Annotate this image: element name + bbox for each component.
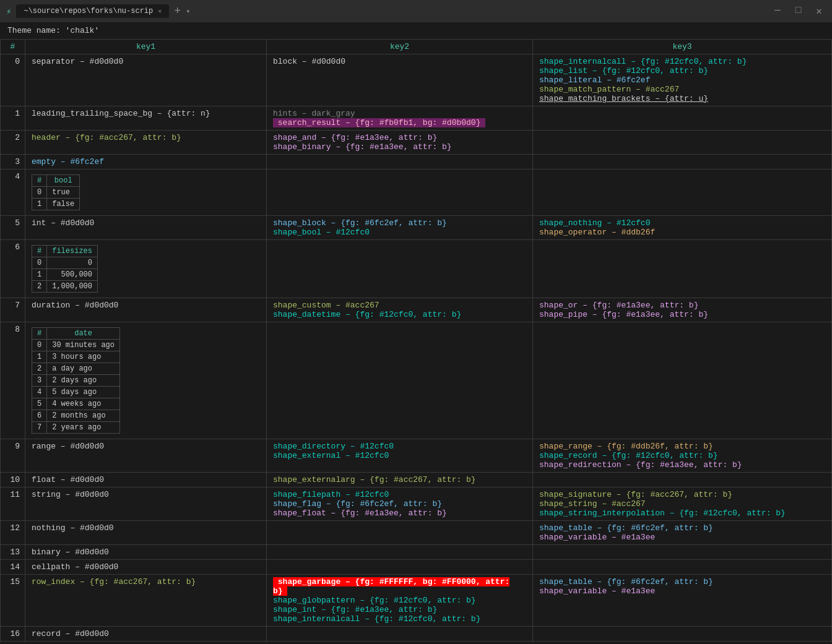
table-row: 7 duration – #d0d0d0 shape_custom – #acc… xyxy=(1,298,832,322)
inner-cell: 3 hours ago xyxy=(47,351,120,363)
row-index: 1 xyxy=(1,106,25,131)
key3-cell-11: shape_signature – {fg: #acc267, attr: b}… xyxy=(533,487,832,521)
table-row: 2 header – {fg: #acc267, attr: b} shape_… xyxy=(1,131,832,155)
key1-cell-16: record – #d0d0d0 xyxy=(25,627,267,642)
key3-cell-8 xyxy=(533,322,832,439)
row-index: 2 xyxy=(1,131,25,155)
key1-cell-9: range – #d0d0d0 xyxy=(25,439,267,473)
main-content: # key1 key2 key3 0 separator – #d0d0d0 b… xyxy=(0,39,832,642)
key3-cell-6 xyxy=(533,240,832,298)
table-row: 12 nothing – #d0d0d0 shape_table – {fg: … xyxy=(1,521,832,545)
inner-cell: 2 days ago xyxy=(47,375,120,387)
row-index: 15 xyxy=(1,575,25,627)
table-row: 16 record – #d0d0d0 xyxy=(1,627,832,642)
inner-row-idx: 2 xyxy=(32,363,47,375)
close-window-button[interactable]: ✕ xyxy=(812,4,826,19)
inner-row-idx: 0 xyxy=(32,340,47,351)
table-row: 15 row_index – {fg: #acc267, attr: b} sh… xyxy=(1,575,832,627)
inner-cell: 500,000 xyxy=(47,269,98,281)
inner-cell: 2 months ago xyxy=(47,410,120,422)
row-index: 4 xyxy=(1,170,25,216)
key3-cell-16 xyxy=(533,627,832,642)
key1-cell-10: float – #d0d0d0 xyxy=(25,473,267,487)
inner-row-idx: 1 xyxy=(32,199,47,210)
key2-cell-0: block – #d0d0d0 xyxy=(267,54,533,106)
inner-row-idx: 7 xyxy=(32,422,47,434)
col-header-rownum: # xyxy=(1,40,25,54)
key1-cell-12: nothing – #d0d0d0 xyxy=(25,521,267,545)
key1-cell-11: string – #d0d0d0 xyxy=(25,487,267,521)
table-row: 9 range – #d0d0d0 shape_directory – #12c… xyxy=(1,439,832,473)
inner-row-idx: 5 xyxy=(32,398,47,410)
key2-cell-13 xyxy=(267,545,533,560)
inner-col-header: date xyxy=(47,328,120,340)
inner-col-header: bool xyxy=(47,175,80,187)
key2-cell-1: hints – dark_gray search_result – {fg: #… xyxy=(267,106,533,131)
inner-col-header: # xyxy=(32,246,47,257)
table-row: 13 binary – #d0d0d0 xyxy=(1,545,832,560)
key2-cell-16 xyxy=(267,627,533,642)
row-index: 12 xyxy=(1,521,25,545)
table-row: 14 cellpath – #d0d0d0 xyxy=(1,560,832,575)
key2-cell-11: shape_filepath – #12cfc0 shape_flag – {f… xyxy=(267,487,533,521)
table-row: 5 int – #d0d0d0 shape_block – {fg: #6fc2… xyxy=(1,216,832,240)
key3-cell-4 xyxy=(533,170,832,216)
key3-cell-0: shape_internalcall – {fg: #12cfc0, attr:… xyxy=(533,54,832,106)
active-tab[interactable]: ~\source\repos\forks\nu-scrip ✕ xyxy=(16,4,169,18)
key2-cell-3 xyxy=(267,155,533,170)
minimize-button[interactable]: — xyxy=(771,4,784,19)
row-index: 9 xyxy=(1,439,25,473)
key1-cell-4: # bool 0 true 1 false xyxy=(25,170,267,216)
table-row: 8 # date 0 30 minutes ago 1 3 hours ago xyxy=(1,322,832,439)
tab-close-icon[interactable]: ✕ xyxy=(158,7,162,15)
col-header-key2: key2 xyxy=(267,40,533,54)
table-row: 6 # filesizes 0 0 1 500,000 xyxy=(1,240,832,298)
terminal-icon: ⚡ xyxy=(6,6,11,17)
inner-row-idx: 1 xyxy=(32,269,47,281)
table-row: 3 empty – #6fc2ef xyxy=(1,155,832,170)
row-index: 7 xyxy=(1,298,25,322)
data-table: # key1 key2 key3 0 separator – #d0d0d0 b… xyxy=(0,39,832,642)
key3-cell-14 xyxy=(533,560,832,575)
inner-row-idx: 6 xyxy=(32,410,47,422)
inner-row-idx: 4 xyxy=(32,387,47,398)
key1-cell-0: separator – #d0d0d0 xyxy=(25,54,267,106)
row-index: 16 xyxy=(1,627,25,642)
key1-cell-13: binary – #d0d0d0 xyxy=(25,545,267,560)
inner-cell: true xyxy=(47,187,80,199)
inner-row-idx: 0 xyxy=(32,257,47,269)
key3-cell-13 xyxy=(533,545,832,560)
key2-cell-12 xyxy=(267,521,533,545)
key1-cell-2: header – {fg: #acc267, attr: b} xyxy=(25,131,267,155)
row-index: 8 xyxy=(1,322,25,439)
dropdown-icon[interactable]: ▾ xyxy=(186,7,190,16)
key1-cell-14: cellpath – #d0d0d0 xyxy=(25,560,267,575)
key2-cell-10: shape_externalarg – {fg: #acc267, attr: … xyxy=(267,473,533,487)
table-row: 4 # bool 0 true 1 false xyxy=(1,170,832,216)
key2-cell-7: shape_custom – #acc267 shape_datetime – … xyxy=(267,298,533,322)
key2-cell-9: shape_directory – #12cfc0 shape_external… xyxy=(267,439,533,473)
inner-cell: 5 days ago xyxy=(47,387,120,398)
key3-cell-15: shape_table – {fg: #6fc2ef, attr: b} sha… xyxy=(533,575,832,627)
theme-line: Theme name: 'chalk' xyxy=(0,22,832,39)
table-row: 11 string – #d0d0d0 shape_filepath – #12… xyxy=(1,487,832,521)
row-index: 3 xyxy=(1,155,25,170)
key1-cell-15: row_index – {fg: #acc267, attr: b} xyxy=(25,575,267,627)
table-row: 0 separator – #d0d0d0 block – #d0d0d0 sh… xyxy=(1,54,832,106)
key1-cell-8: # date 0 30 minutes ago 1 3 hours ago 2 … xyxy=(25,322,267,439)
inner-cell: false xyxy=(47,199,80,210)
key2-cell-15: shape_garbage – {fg: #FFFFFF, bg: #FF000… xyxy=(267,575,533,627)
row-index: 6 xyxy=(1,240,25,298)
row-index: 5 xyxy=(1,216,25,240)
inner-row-idx: 1 xyxy=(32,351,47,363)
key1-cell-3: empty – #6fc2ef xyxy=(25,155,267,170)
new-tab-button[interactable]: + xyxy=(174,5,181,17)
maximize-button[interactable]: □ xyxy=(792,4,805,19)
key1-cell-1: leading_trailing_space_bg – {attr: n} xyxy=(25,106,267,131)
inner-cell: 4 weeks ago xyxy=(47,398,120,410)
table-row: 10 float – #d0d0d0 shape_externalarg – {… xyxy=(1,473,832,487)
key3-cell-1 xyxy=(533,106,832,131)
inner-cell: 2 years ago xyxy=(47,422,120,434)
key1-cell-7: duration – #d0d0d0 xyxy=(25,298,267,322)
key3-cell-5: shape_nothing – #12cfc0 shape_operator –… xyxy=(533,216,832,240)
